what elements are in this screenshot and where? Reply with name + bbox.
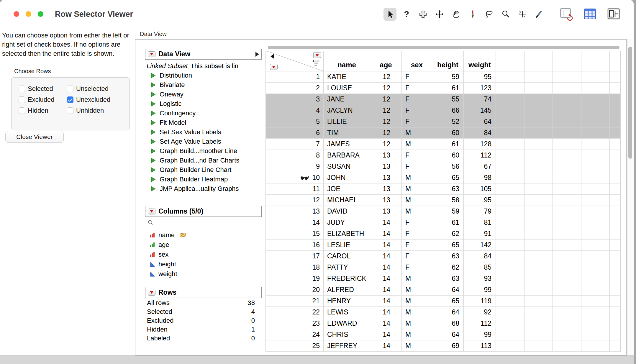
script-run-icon[interactable] bbox=[151, 148, 156, 154]
table-row[interactable]: 13DAVID13M5979 bbox=[266, 206, 621, 217]
checkbox-unchecked-icon[interactable] bbox=[19, 107, 25, 114]
table-row[interactable]: 18PATTY14F6285 bbox=[266, 262, 621, 273]
script-run-icon[interactable] bbox=[151, 101, 156, 106]
new-data-view-button[interactable] bbox=[558, 6, 575, 22]
table-corner-cell[interactable] bbox=[266, 51, 324, 71]
script-item[interactable]: Graph Build...nd Bar Charts bbox=[145, 156, 262, 165]
script-item[interactable]: Distribution bbox=[145, 71, 262, 80]
minimize-window-button[interactable] bbox=[26, 11, 31, 17]
checkbox-checked-icon[interactable] bbox=[67, 96, 73, 103]
table-row[interactable]: 5LILLIE12F5264 bbox=[266, 116, 621, 127]
checkbox-unchecked-icon[interactable] bbox=[67, 86, 73, 92]
lasso-tool-button[interactable] bbox=[483, 8, 496, 21]
script-item[interactable]: Fit Model bbox=[145, 118, 262, 127]
table-row[interactable]: 14JUDY14F6181 bbox=[266, 217, 621, 228]
script-run-icon[interactable] bbox=[151, 82, 156, 88]
column-header-height[interactable]: height bbox=[432, 51, 464, 71]
table-row[interactable]: 22LEWIS14M6492 bbox=[266, 307, 621, 318]
column-item-name[interactable]: name bbox=[145, 230, 262, 240]
table-row[interactable]: 8BARBARA13F60112 bbox=[266, 150, 621, 161]
move-tool-button[interactable] bbox=[433, 8, 446, 21]
table-row[interactable]: 25JEFFREY14M69113 bbox=[266, 340, 621, 352]
table-row[interactable]: 3JANE12F5574 bbox=[266, 94, 621, 105]
table-row[interactable]: 7JAMES12M61128 bbox=[266, 139, 621, 150]
checkbox-unselected[interactable]: Unselected bbox=[67, 86, 110, 92]
close-viewer-button[interactable]: Close Viewer bbox=[5, 131, 64, 143]
table-row[interactable]: 10JOHN13M6598 bbox=[266, 172, 621, 183]
checkbox-selected[interactable]: Selected bbox=[19, 86, 67, 92]
table-row[interactable]: 20ALFRED14M6499 bbox=[266, 284, 621, 296]
checkbox-unchecked-icon[interactable] bbox=[19, 86, 25, 92]
script-run-icon[interactable] bbox=[151, 167, 156, 173]
columns-search-input[interactable] bbox=[156, 219, 253, 226]
column-item-age[interactable]: age bbox=[145, 240, 262, 250]
grabber-tool-button[interactable] bbox=[450, 8, 463, 21]
script-run-icon[interactable] bbox=[151, 120, 156, 125]
checkbox-excluded[interactable]: Excluded bbox=[19, 96, 67, 103]
script-item[interactable]: Graph Builder Line Chart bbox=[145, 165, 262, 175]
script-item[interactable]: Bivariate bbox=[145, 80, 262, 90]
script-item[interactable]: Set Sex Value Labels bbox=[145, 127, 262, 137]
crosshairs-tool-button[interactable]: yx bbox=[516, 8, 529, 21]
column-item-sex[interactable]: sex bbox=[145, 250, 262, 259]
close-window-button[interactable] bbox=[14, 11, 19, 17]
table-row[interactable]: 24CHRIS14M6499 bbox=[266, 329, 621, 340]
script-run-icon[interactable] bbox=[151, 177, 156, 182]
rows-red-triangle-icon[interactable] bbox=[270, 64, 278, 70]
column-header-weight[interactable]: weight bbox=[464, 51, 496, 71]
red-triangle-menu-icon[interactable] bbox=[148, 209, 155, 214]
table-row[interactable]: 16LESLIE14F65142 bbox=[266, 240, 621, 251]
red-triangle-menu-icon[interactable] bbox=[148, 290, 155, 296]
checkbox-unchecked-icon[interactable] bbox=[19, 96, 25, 103]
horizontal-scrollbar[interactable] bbox=[268, 46, 619, 49]
script-item[interactable]: Graph Build...moother Line bbox=[145, 146, 262, 156]
arrow-tool-button[interactable] bbox=[383, 8, 396, 21]
help-tool-button[interactable]: ? bbox=[400, 8, 413, 21]
column-item-weight[interactable]: weight bbox=[145, 269, 262, 279]
checkbox-hidden[interactable]: Hidden bbox=[19, 107, 67, 114]
script-run-icon[interactable] bbox=[151, 111, 156, 116]
table-row[interactable]: 4JACLYN12F66145 bbox=[266, 105, 621, 116]
checkbox-unexcluded[interactable]: Unexcluded bbox=[67, 96, 110, 103]
script-item[interactable]: Graph Builder Heatmap bbox=[145, 175, 262, 184]
table-row[interactable]: 2LOUISE12F61123 bbox=[266, 83, 621, 94]
script-item[interactable]: Set Age Value Labels bbox=[145, 137, 262, 146]
table-row[interactable]: 1KATIE12F5995 bbox=[266, 71, 621, 83]
selection-tool-button[interactable] bbox=[417, 8, 430, 21]
table-row[interactable]: 6TIM12M6084 bbox=[266, 127, 621, 139]
table-row[interactable]: 12MICHAEL13M5895 bbox=[266, 195, 621, 206]
table-row[interactable]: 19FREDERICK14M6393 bbox=[266, 273, 621, 284]
script-item[interactable]: Logistic bbox=[145, 99, 262, 109]
table-row[interactable]: 15ELIZABETH14F6291 bbox=[266, 228, 621, 240]
column-order-icon[interactable] bbox=[312, 60, 320, 66]
script-run-icon[interactable] bbox=[151, 129, 156, 135]
table-row[interactable]: 23EDWARD14M68112 bbox=[266, 318, 621, 329]
data-table-button[interactable] bbox=[582, 6, 598, 22]
script-item[interactable]: JMP Applica...uality Graphs bbox=[145, 184, 262, 194]
magnifier-tool-button[interactable] bbox=[499, 8, 512, 21]
red-triangle-menu-icon[interactable] bbox=[148, 51, 155, 57]
expand-right-icon[interactable] bbox=[255, 52, 259, 57]
table-row[interactable]: 9SUSAN13F5667 bbox=[266, 161, 621, 172]
annotate-tool-button[interactable] bbox=[532, 8, 545, 21]
table-row[interactable]: 11JOE13M63105 bbox=[266, 183, 621, 195]
table-row[interactable]: 17CAROL14F6384 bbox=[266, 251, 621, 262]
checkbox-unhidden[interactable]: Unhidden bbox=[67, 107, 110, 114]
column-header-sex[interactable]: sex bbox=[402, 51, 432, 71]
collapse-columns-icon[interactable] bbox=[271, 54, 274, 59]
script-item[interactable]: Contingency bbox=[145, 109, 262, 118]
script-run-icon[interactable] bbox=[151, 158, 156, 163]
script-run-icon[interactable] bbox=[151, 73, 156, 78]
column-item-height[interactable]: height bbox=[145, 259, 262, 269]
script-run-icon[interactable] bbox=[151, 139, 156, 144]
window-layout-button[interactable] bbox=[605, 6, 622, 22]
column-header-name[interactable]: name bbox=[324, 51, 370, 71]
column-header-age[interactable]: age bbox=[370, 51, 402, 71]
vertical-scrollbar-thumb[interactable] bbox=[628, 47, 632, 159]
script-run-icon[interactable] bbox=[151, 186, 156, 191]
columns-red-triangle-icon[interactable] bbox=[313, 52, 321, 58]
brush-tool-button[interactable] bbox=[466, 8, 479, 21]
vertical-scrollbar[interactable] bbox=[627, 39, 633, 355]
checkbox-unchecked-icon[interactable] bbox=[67, 107, 73, 114]
script-run-icon[interactable] bbox=[151, 92, 156, 97]
